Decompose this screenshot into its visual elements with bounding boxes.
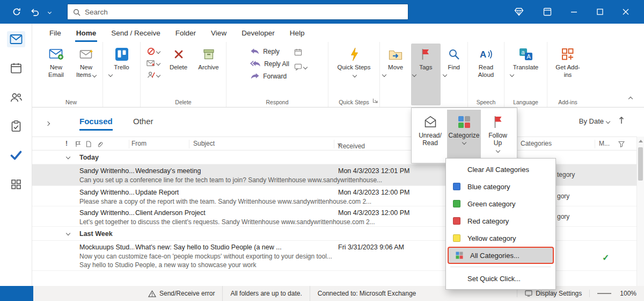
follow-up-label: Follow Up xyxy=(484,132,512,147)
block-sender-button[interactable] xyxy=(147,71,160,79)
menu-item-red-category[interactable]: Red category xyxy=(446,212,555,230)
reply-all-button[interactable]: Reply All xyxy=(247,59,292,69)
column-item-type-icon[interactable] xyxy=(86,141,91,149)
quick-steps-button[interactable]: Quick Steps xyxy=(337,44,371,79)
trello-button[interactable]: Trello xyxy=(107,44,136,76)
search-input[interactable]: Search xyxy=(67,4,408,20)
more-apps-icon[interactable] xyxy=(7,176,25,192)
tasks-nav-icon[interactable] xyxy=(7,118,25,134)
list-scrollbar[interactable] xyxy=(636,137,644,286)
tab-help[interactable]: Help xyxy=(282,24,312,42)
connection-status: Connected to: Microsoft Exchange xyxy=(310,286,423,301)
move-label: Move xyxy=(388,64,403,70)
quick-steps-label: Quick Steps xyxy=(338,64,371,70)
column-from[interactable]: From xyxy=(131,140,147,147)
menu-item-blue-category[interactable]: Blue category xyxy=(446,178,555,195)
categorize-label: Categorize xyxy=(448,132,479,139)
menu-item-set-quick-click[interactable]: Set Quick Click... xyxy=(446,270,555,287)
follow-up-button[interactable]: Follow Up xyxy=(481,110,515,161)
all-categories-grid-icon xyxy=(454,252,465,259)
categorize-button[interactable]: Categorize xyxy=(447,110,481,161)
new-email-button[interactable]: New Email xyxy=(42,44,71,79)
clean-up-button[interactable] xyxy=(147,60,160,67)
people-nav-icon[interactable] xyxy=(7,89,25,105)
display-settings-label: Display Settings xyxy=(536,290,582,297)
sort-direction-icon[interactable] xyxy=(618,116,625,126)
column-flag-icon[interactable] xyxy=(75,141,80,149)
translate-button[interactable]: aA Translate xyxy=(509,44,543,76)
maximize-button[interactable] xyxy=(597,9,603,15)
new-email-icon xyxy=(49,46,64,62)
move-button[interactable]: Move xyxy=(381,44,410,105)
mail-nav-icon[interactable] xyxy=(7,31,25,47)
scrollbar-thumb[interactable] xyxy=(638,147,643,181)
quick-steps-dialog-launcher-icon[interactable] xyxy=(372,96,378,105)
tab-send-receive[interactable]: Send / Receive xyxy=(104,24,168,42)
collapse-ribbon-icon[interactable] xyxy=(629,93,632,103)
column-attachment-icon[interactable] xyxy=(97,141,103,149)
tab-focused[interactable]: Focused xyxy=(79,117,113,126)
undo-icon[interactable] xyxy=(30,8,40,16)
menu-item-clear-all-categories[interactable]: Clear All Categories xyxy=(446,161,555,178)
reply-button[interactable]: Reply xyxy=(247,47,292,56)
minimize-button[interactable] xyxy=(571,9,577,15)
forward-button[interactable]: Forward xyxy=(247,71,292,81)
group-label-quick-steps: Quick Steps xyxy=(328,99,379,105)
sort-by-date-button[interactable]: By Date xyxy=(579,117,610,125)
tab-file[interactable]: File xyxy=(42,24,69,42)
send-receive-sync-icon[interactable] xyxy=(12,7,21,17)
read-aloud-button[interactable]: A Read Aloud xyxy=(472,44,501,79)
trello-label: Trello xyxy=(114,64,129,70)
move-icon xyxy=(389,46,402,62)
menu-item-yellow-category[interactable]: Yellow category xyxy=(446,230,555,247)
ignore-button[interactable] xyxy=(147,47,160,55)
premium-diamond-icon[interactable] xyxy=(514,8,524,16)
tab-folder[interactable]: Folder xyxy=(168,24,203,42)
tab-other[interactable]: Other xyxy=(133,117,153,126)
new-items-icon xyxy=(79,46,93,62)
folder-pane-expander-icon[interactable] xyxy=(46,119,49,127)
unread-read-label: Unread/ Read xyxy=(415,132,445,147)
get-addins-button[interactable]: Get Add-ins xyxy=(552,44,584,79)
block-sender-icon xyxy=(147,71,155,79)
column-mentions[interactable]: M... xyxy=(599,140,610,147)
window-layout-icon[interactable] xyxy=(543,8,552,16)
menu-item-label: Clear All Categories xyxy=(467,166,529,174)
calendar-nav-icon[interactable] xyxy=(7,60,25,76)
ribbon-tabs: File Home Send / Receive Folder View Dev… xyxy=(32,24,644,42)
column-importance[interactable]: ! xyxy=(65,140,68,147)
close-button[interactable] xyxy=(623,9,629,15)
column-subject[interactable]: Subject xyxy=(193,140,215,147)
find-button[interactable]: Find xyxy=(442,44,467,105)
send-receive-error[interactable]: Send/Receive error xyxy=(141,286,222,301)
menu-item-green-category[interactable]: Green category xyxy=(446,195,555,212)
zoom-control[interactable]: 100% xyxy=(589,290,644,297)
more-respond-button[interactable] xyxy=(294,63,307,70)
tab-view[interactable]: View xyxy=(203,24,234,42)
tab-developer[interactable]: Developer xyxy=(234,24,282,42)
email-received: Fri 3/31/2023 9:06 AM xyxy=(338,243,404,251)
tab-home[interactable]: Home xyxy=(69,24,104,42)
todo-nav-icon[interactable] xyxy=(7,147,25,163)
tags-button[interactable]: Tags xyxy=(411,44,440,105)
delete-button[interactable]: Delete xyxy=(164,44,193,71)
new-items-button[interactable]: New Items xyxy=(72,44,101,79)
scroll-up-icon[interactable] xyxy=(637,137,644,145)
email-received: Mon 4/3/2023 12:00 PM xyxy=(338,189,409,196)
find-label: Find xyxy=(448,64,460,70)
email-preview: Please share a copy of the report with t… xyxy=(79,198,440,205)
forward-label: Forward xyxy=(263,73,287,80)
quick-access-chevron-icon[interactable] xyxy=(48,11,51,13)
archive-button[interactable]: Archive xyxy=(194,44,223,71)
zoom-slider[interactable] xyxy=(597,293,611,294)
unread-read-button[interactable]: Unread/ Read xyxy=(413,110,447,161)
reply-icon xyxy=(250,48,260,55)
archive-label: Archive xyxy=(198,64,218,70)
categorize-menu: Clear All Categories Blue category Green… xyxy=(445,158,556,290)
column-categories[interactable]: Categories xyxy=(521,140,552,147)
menu-item-all-categories[interactable]: All Categories... xyxy=(448,247,554,264)
display-settings-button[interactable]: Display Settings xyxy=(517,290,589,297)
ribbon-group-respond: Reply Reply All Forward Respond xyxy=(226,42,328,107)
filter-icon[interactable] xyxy=(618,141,625,149)
meeting-button[interactable] xyxy=(294,48,307,56)
